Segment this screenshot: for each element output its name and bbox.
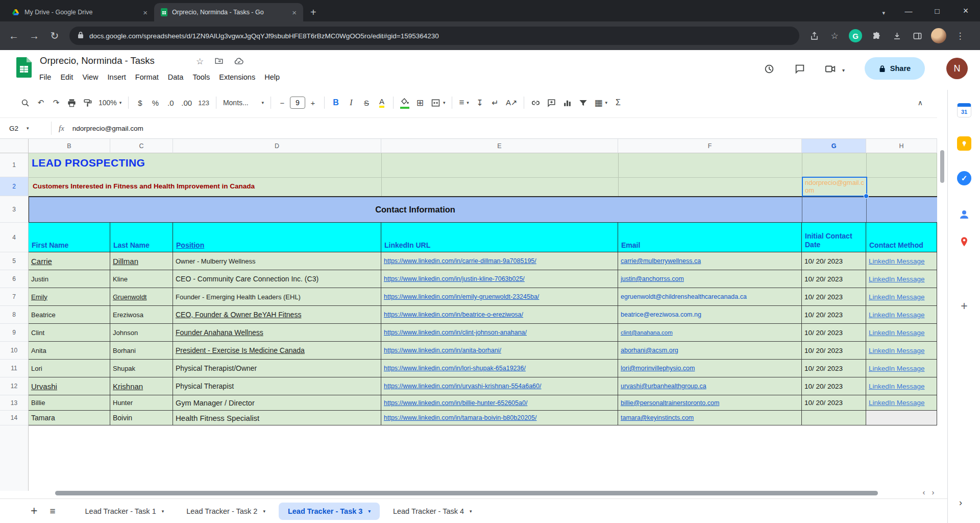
document-title[interactable]: Orprecio, Norminda - Tasks [40, 55, 155, 66]
cell-G7[interactable]: 10/ 20/ 2023 [802, 288, 866, 306]
borders-button[interactable]: ⊞ [412, 94, 428, 111]
cell-B10[interactable]: Anita [29, 342, 110, 360]
menu-tools[interactable]: Tools [188, 70, 214, 84]
star-document-icon[interactable]: ☆ [196, 56, 204, 67]
cell-F8[interactable]: beatrice@ereziwosa.com.ng [618, 306, 802, 324]
menu-extensions[interactable]: Extensions [214, 70, 260, 84]
insert-chart-icon[interactable] [559, 94, 575, 111]
menu-data[interactable]: Data [163, 70, 188, 84]
cell-B9[interactable]: Clint [29, 324, 110, 342]
column-header-G[interactable]: G [802, 139, 866, 153]
cell-D10[interactable]: President - Exercise Is Medicine Canada [173, 342, 381, 360]
cell-E14[interactable]: https://www.linkedin.com/in/tamara-boivi… [381, 411, 618, 425]
cell-D6[interactable]: CEO - Community Care Connection Inc. (C3… [173, 270, 381, 288]
browser-tab-drive[interactable]: My Drive - Google Drive × [5, 3, 154, 21]
cell-B12[interactable]: Urvashi [29, 377, 110, 395]
undo-icon[interactable]: ↶ [33, 94, 48, 111]
row-header-7[interactable]: 7 [0, 288, 29, 306]
cell-B6[interactable]: Justin [29, 270, 110, 288]
filter-views-button[interactable]: ▦▾ [591, 94, 610, 111]
address-bar[interactable]: docs.google.com/spreadsheets/d/1ZN9AlUg3… [69, 27, 799, 45]
cell-H12[interactable]: LinkedIn Message [866, 377, 937, 395]
menu-insert[interactable]: Insert [103, 70, 131, 84]
cell-F9[interactable]: clint@anahana.com [618, 324, 802, 342]
cell-B11[interactable]: Lori [29, 360, 110, 377]
horizontal-scrollbar[interactable] [29, 489, 919, 496]
cell-H9[interactable]: LinkedIn Message [866, 324, 937, 342]
font-size-input[interactable]: 9 [290, 97, 305, 109]
sheet-tab-3[interactable]: Lead Tracker - Task 3▾ [279, 503, 380, 520]
back-icon[interactable]: ← [4, 26, 23, 45]
cell-G6[interactable]: 10/ 20/ 2023 [802, 270, 866, 288]
row-header-10[interactable]: 10 [0, 342, 29, 360]
window-close-button[interactable]: × [951, 0, 980, 21]
chevron-down-icon[interactable]: ▾ [263, 509, 265, 514]
print-icon[interactable] [64, 94, 80, 111]
redo-icon[interactable]: ↷ [48, 94, 64, 111]
move-folder-icon[interactable] [214, 56, 224, 65]
insert-link-icon[interactable] [528, 94, 544, 111]
column-header-C[interactable]: C [110, 139, 173, 153]
format-currency-button[interactable]: $ [132, 94, 148, 111]
row-header-3[interactable]: 3 [0, 196, 29, 223]
row-header-1[interactable]: 1 [0, 153, 29, 177]
row-header-2[interactable]: 2 [0, 177, 29, 196]
decrease-font-size-button[interactable]: − [275, 94, 290, 111]
cell-H5[interactable]: LinkedIn Message [866, 252, 937, 270]
cell-B14[interactable]: Tamara [29, 411, 110, 425]
scroll-left-icon[interactable]: ‹ [920, 488, 928, 496]
row-2-band[interactable]: Customers Interested in Fitness and Heal… [29, 177, 937, 196]
cell-C13[interactable]: Hunter [110, 395, 173, 411]
add-sheet-icon[interactable]: + [24, 504, 43, 518]
cell-F13[interactable]: billie@personaltrainerstoronto.com [618, 395, 802, 411]
cell-H14[interactable] [866, 411, 937, 425]
tab-close-icon[interactable]: × [141, 9, 149, 16]
cell-G10[interactable]: 10/ 20/ 2023 [802, 342, 866, 360]
cell-C11[interactable]: Shupak [110, 360, 173, 377]
get-add-ons-icon[interactable]: + [957, 299, 971, 313]
cell-C8[interactable]: Ereziwosa [110, 306, 173, 324]
cell-G9[interactable]: 10/ 20/ 2023 [802, 324, 866, 342]
menu-format[interactable]: Format [131, 70, 163, 84]
cell-B8[interactable]: Beatrice [29, 306, 110, 324]
insert-comment-icon[interactable] [544, 94, 559, 111]
cell-H6[interactable]: LinkedIn Message [866, 270, 937, 288]
cell-D8[interactable]: CEO, Founder & Owner BeYAH Fitness [173, 306, 381, 324]
all-sheets-menu-icon[interactable]: ≡ [43, 506, 61, 517]
version-history-icon[interactable] [762, 61, 777, 77]
row-1-band[interactable]: LEAD PROSPECTING [29, 153, 937, 177]
create-filter-icon[interactable] [575, 94, 591, 111]
window-maximize-button[interactable]: □ [923, 0, 951, 21]
cell-F5[interactable]: carrie@mulberrywellness.ca [618, 252, 802, 270]
google-tasks-icon[interactable]: ✓ [957, 171, 971, 185]
cell-H7[interactable]: LinkedIn Message [866, 288, 937, 306]
sheet-tab-4[interactable]: Lead Tracker - Task 4▾ [384, 503, 481, 520]
chevron-down-icon[interactable]: ▾ [470, 509, 472, 514]
cell-C7[interactable]: Gruenwoldt [110, 288, 173, 306]
cell-C12[interactable]: Krishnan [110, 377, 173, 395]
scroll-right-icon[interactable]: › [929, 488, 937, 496]
reload-icon[interactable]: ↻ [45, 26, 64, 45]
horizontal-scrollbar-thumb[interactable] [55, 491, 878, 495]
cell-C10[interactable]: Borhani [110, 342, 173, 360]
column-header-D[interactable]: D [173, 139, 381, 153]
bookmark-star-icon[interactable]: ☆ [825, 26, 844, 45]
google-keep-icon[interactable] [957, 136, 971, 151]
formula-input[interactable]: ndorprecio@gmail.com [72, 125, 143, 132]
vertical-scrollbar-thumb[interactable] [940, 150, 944, 183]
column-header-F[interactable]: F [618, 139, 802, 153]
format-percent-button[interactable]: % [148, 94, 163, 111]
fill-handle[interactable] [864, 194, 869, 199]
sheet-tab-2[interactable]: Lead Tracker - Task 2▾ [177, 503, 275, 520]
new-tab-button[interactable]: + [303, 7, 324, 21]
search-menus-icon[interactable] [17, 94, 33, 111]
cell-D7[interactable]: Founder - Emerging Health Leaders (EHL) [173, 288, 381, 306]
browser-menu-icon[interactable]: ⋮ [950, 26, 970, 45]
cell-H8[interactable]: LinkedIn Message [866, 306, 937, 324]
cell-C14[interactable]: Boivin [110, 411, 173, 425]
text-rotation-button[interactable]: A↗ [503, 94, 521, 111]
cell-F7[interactable]: egruenwoldt@childrenshealthcarecanada.ca [618, 288, 802, 306]
cell-D9[interactable]: Founder Anahana Wellness [173, 324, 381, 342]
cell-F12[interactable]: urvashi@urbanhealthgroup.ca [618, 377, 802, 395]
share-page-icon[interactable] [804, 26, 824, 45]
